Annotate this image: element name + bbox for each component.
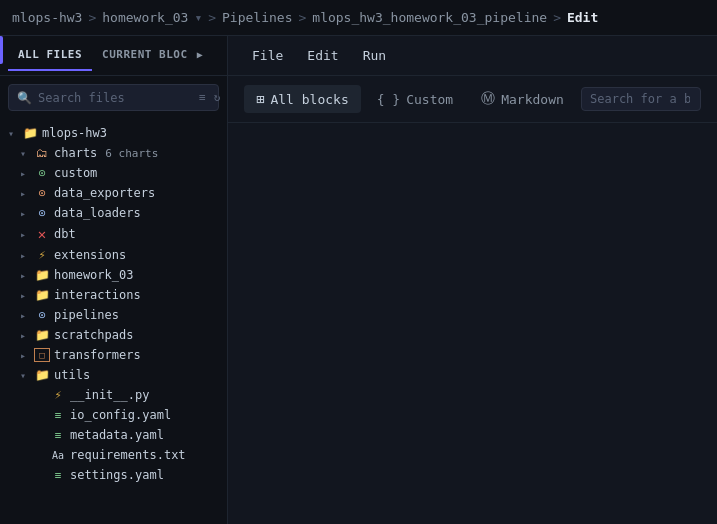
current-block-arrow: ▶ (197, 49, 204, 60)
charts-badge: 6 charts (105, 147, 158, 160)
utils-icon: 📁 (34, 368, 50, 382)
filter-markdown[interactable]: Ⓜ Markdown (469, 84, 576, 114)
breadcrumb-sep-2: ▾ (194, 10, 202, 25)
search-actions: ≡ ↻ (197, 89, 222, 106)
refresh-icon[interactable]: ↻ (212, 89, 223, 106)
menu-bar: File Edit Run (228, 36, 717, 76)
markdown-icon: Ⓜ (481, 90, 495, 108)
trans-arrow: ▸ (20, 350, 30, 361)
list-item[interactable]: ≡ io_config.yaml (0, 405, 227, 425)
content-body (228, 123, 717, 524)
list-item[interactable]: ▸ ⊙ custom (0, 163, 227, 183)
breadcrumb-sep-3: > (208, 10, 216, 25)
hw-icon: 📁 (34, 268, 50, 282)
list-item[interactable]: ▾ 🗂 charts 6 charts (0, 143, 227, 163)
breadcrumb-sep-1: > (88, 10, 96, 25)
file-tree: ▾ 📁 mlops-hw3 ▾ 🗂 charts 6 charts ▸ ⊙ cu… (0, 119, 227, 524)
tab-current-block[interactable]: CURRENT BLOC ▶ (92, 40, 213, 71)
menu-edit[interactable]: Edit (295, 40, 350, 71)
utils-arrow: ▾ (20, 370, 30, 381)
breadcrumb-sep-4: > (298, 10, 306, 25)
list-item[interactable]: ≡ metadata.yaml (0, 425, 227, 445)
pipe-name: pipelines (54, 308, 119, 322)
trans-name: transformers (54, 348, 141, 362)
block-search-bar (581, 87, 701, 111)
charts-arrow: ▾ (20, 148, 30, 159)
inter-arrow: ▸ (20, 290, 30, 301)
charts-name: charts (54, 146, 97, 160)
list-item[interactable]: ▸ ✕ dbt (0, 223, 227, 245)
filter-all-blocks[interactable]: ⊞ All blocks (244, 85, 361, 113)
custom-icon: { } (377, 92, 400, 107)
trans-icon: □ (34, 348, 50, 362)
search-icon: 🔍 (17, 91, 32, 105)
list-item[interactable]: ▸ ⚡ extensions (0, 245, 227, 265)
inter-name: interactions (54, 288, 141, 302)
scratch-arrow: ▸ (20, 330, 30, 341)
pipe-icon: ⊙ (34, 308, 50, 322)
list-item[interactable]: ⚡ __init__.py (0, 385, 227, 405)
breadcrumb-mlops[interactable]: mlops-hw3 (12, 10, 82, 25)
list-item[interactable]: ▸ 📁 scratchpads (0, 325, 227, 345)
init-name: __init__.py (70, 388, 149, 402)
root-arrow: ▾ (8, 128, 18, 139)
req-icon: Aa (50, 450, 66, 461)
hw-name: homework_03 (54, 268, 133, 282)
breadcrumb-pipeline-name[interactable]: mlops_hw3_homework_03_pipeline (312, 10, 547, 25)
menu-file[interactable]: File (240, 40, 295, 71)
custom-name: custom (54, 166, 97, 180)
file-search-bar: 🔍 ≡ ↻ (8, 84, 219, 111)
inter-icon: 📁 (34, 288, 50, 302)
ext-icon: ⚡ (34, 248, 50, 262)
filter-custom[interactable]: { } Custom (365, 86, 465, 113)
search-input[interactable] (38, 91, 191, 105)
menu-run[interactable]: Run (351, 40, 398, 71)
charts-icon: 🗂 (34, 146, 50, 160)
ext-name: extensions (54, 248, 126, 262)
exporters-name: data_exporters (54, 186, 155, 200)
list-item[interactable]: ▸ ⊙ pipelines (0, 305, 227, 325)
root-folder-icon: 📁 (22, 126, 38, 140)
filter-icon[interactable]: ≡ (197, 89, 208, 106)
list-item[interactable]: ≡ settings.yaml (0, 465, 227, 485)
tree-root[interactable]: ▾ 📁 mlops-hw3 (0, 123, 227, 143)
init-icon: ⚡ (50, 388, 66, 402)
settings-name: settings.yaml (70, 468, 164, 482)
list-item[interactable]: ▸ ⊙ data_exporters (0, 183, 227, 203)
block-search-input[interactable] (590, 92, 690, 106)
tab-all-files[interactable]: ALL FILES (8, 40, 92, 71)
sidebar-tabs: ALL FILES CURRENT BLOC ▶ (0, 36, 227, 76)
hw-arrow: ▸ (20, 270, 30, 281)
exporters-arrow: ▸ (20, 188, 30, 199)
req-name: requirements.txt (70, 448, 186, 462)
ioconf-icon: ≡ (50, 409, 66, 422)
breadcrumb-hw03[interactable]: homework_03 (102, 10, 188, 25)
utils-name: utils (54, 368, 90, 382)
list-item[interactable]: ▸ 📁 homework_03 (0, 265, 227, 285)
breadcrumb-sep-5: > (553, 10, 561, 25)
list-item[interactable]: ▸ ⊙ data_loaders (0, 203, 227, 223)
breadcrumb-current: Edit (567, 10, 598, 25)
list-item[interactable]: ▾ 📁 utils (0, 365, 227, 385)
meta-name: metadata.yaml (70, 428, 164, 442)
loaders-icon: ⊙ (34, 206, 50, 220)
scratch-name: scratchpads (54, 328, 133, 342)
scratch-icon: 📁 (34, 328, 50, 342)
ext-arrow: ▸ (20, 250, 30, 261)
dbt-icon: ✕ (34, 226, 50, 242)
custom-arrow: ▸ (20, 168, 30, 179)
meta-icon: ≡ (50, 429, 66, 442)
list-item[interactable]: Aa requirements.txt (0, 445, 227, 465)
sidebar-accent (0, 36, 3, 64)
exporters-icon: ⊙ (34, 186, 50, 200)
list-item[interactable]: ▸ 📁 interactions (0, 285, 227, 305)
breadcrumb: mlops-hw3 > homework_03 ▾ > Pipelines > … (0, 0, 717, 36)
breadcrumb-pipelines[interactable]: Pipelines (222, 10, 292, 25)
pipe-arrow: ▸ (20, 310, 30, 321)
list-item[interactable]: ▸ □ transformers (0, 345, 227, 365)
all-blocks-icon: ⊞ (256, 91, 264, 107)
root-name: mlops-hw3 (42, 126, 107, 140)
dbt-name: dbt (54, 227, 76, 241)
content-area: File Edit Run ⊞ All blocks { } Custom Ⓜ … (228, 36, 717, 524)
dbt-arrow: ▸ (20, 229, 30, 240)
